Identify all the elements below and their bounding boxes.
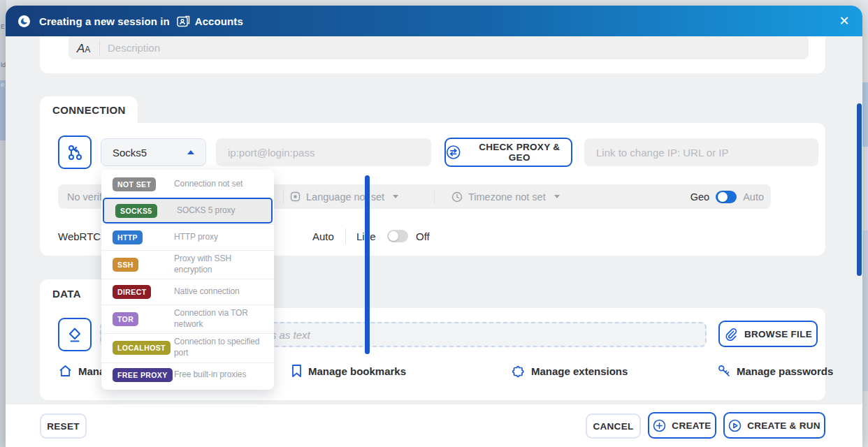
proxy-type-value: Socks5 [113,147,147,159]
modal-context-label: Accounts [195,15,243,27]
geo-toggle[interactable] [716,191,737,203]
language-select[interactable]: Language not set [290,184,398,209]
proxy-type-dropdown: NOT SET Connection not set SOCKS5 SOCKS … [101,170,274,390]
tab-connection[interactable]: CONNECTION [40,96,138,123]
proxy-type-description: SOCKS 5 proxy [177,205,261,217]
webrtc-label: WebRTC [58,226,101,247]
description-field[interactable]: AA [68,34,809,59]
accounts-card-icon [177,15,190,27]
proxy-type-description: Proxy with SSH encryption [174,254,263,275]
webrtc-live-toggle[interactable] [387,230,408,242]
proxy-type-description: HTTP proxy [174,232,263,243]
swap-arrows-icon [446,145,461,160]
toggle-knob [718,192,728,202]
proxy-type-badge: SOCKS5 [115,204,157,218]
puzzle-icon [511,364,526,379]
chevron-down-icon [393,195,398,198]
close-icon[interactable]: ✕ [837,14,851,28]
bg-text-fragment: e [1,81,4,88]
proxy-type-description: Connection via TOR network [174,308,263,330]
bg-block [862,230,868,391]
proxy-type-select[interactable]: Socks5 [101,138,206,166]
manage-bookmarks-link[interactable]: Manage bookmarks [291,364,406,378]
proxy-type-badge: NOT SET [113,177,156,191]
home-icon [58,364,73,378]
cookies-icon [58,318,92,351]
clock-icon [451,191,463,203]
proxy-type-option[interactable]: LOCALHOST Connection to specified port [101,333,274,362]
app-logo-icon [18,15,30,27]
proxy-type-badge: DIRECT [113,285,151,299]
proxy-type-option[interactable]: NOT SET Connection not set [101,171,274,197]
create-button[interactable]: CREATE [648,412,716,439]
webrtc-mode-value[interactable]: Auto [312,226,334,247]
reset-button[interactable]: RESET [40,413,87,439]
dropdown-scrollbar[interactable] [365,175,370,354]
font-aa-icon: AA [77,42,90,56]
description-input[interactable] [108,38,527,57]
field-divider [99,41,100,56]
proxy-type-option[interactable]: SSH Proxy with SSH encryption [101,250,274,279]
proxy-type-option[interactable]: FREE PROXY Free built-in proxies [101,362,274,388]
language-icon [290,191,301,202]
geo-value: Auto [743,191,764,203]
proxy-address-input[interactable] [216,138,431,166]
bg-block [862,82,868,147]
chevron-down-icon [554,195,560,198]
paperclip-icon [724,328,737,341]
bg-text-fragment: E [1,23,5,30]
proxy-type-description: Native connection [174,286,263,298]
modal-title: Creating a new session in [39,15,170,27]
description-card: AA [40,32,825,73]
browse-file-button[interactable]: BROWSE FILE [718,321,818,347]
chevron-up-icon [187,150,194,154]
proxy-type-option[interactable]: SOCKS5 SOCKS 5 proxy [103,198,273,224]
bar-divider [283,189,284,204]
plus-circle-icon [653,419,666,432]
modal-footer: RESET CANCEL CREATE CREATE & RUN [6,404,862,447]
create-and-run-button[interactable]: CREATE & RUN [723,412,825,439]
proxy-type-option[interactable]: TOR Connection via TOR network [101,305,274,333]
geo-label: Geo [690,191,709,203]
proxy-type-badge: HTTP [113,230,143,244]
proxy-type-description: Connection to specified port [174,337,263,358]
proxy-type-badge: LOCALHOST [113,341,171,355]
key-icon [717,364,731,378]
timezone-select[interactable]: Timezone not set [451,184,560,209]
manage-passwords-link[interactable]: Manage passwords [717,364,833,378]
proxy-type-badge: FREE PROXY [113,368,173,382]
change-ip-link-input[interactable] [584,138,818,166]
bookmark-icon [291,364,303,378]
play-circle-icon [728,419,742,432]
proxy-type-description: Connection not set [174,179,263,190]
row-divider [345,228,346,244]
cancel-button[interactable]: CANCEL [586,413,641,439]
check-proxy-geo-button[interactable]: CHECK PROXY & GEO [444,138,572,167]
proxy-nodes-icon [58,135,92,169]
manage-extensions-link[interactable]: Manage extensions [511,364,628,379]
background-app-right-edge [862,0,868,447]
proxy-type-option[interactable]: DIRECT Native connection [101,279,274,305]
toggle-knob [389,231,398,241]
modal-scrollbar[interactable] [857,103,862,276]
geo-setting: Geo Auto [690,184,764,209]
proxy-type-badge: SSH [113,258,138,272]
proxy-type-description: Free built-in proxies [174,369,263,381]
webrtc-live-value: Off [416,226,430,247]
proxy-type-option[interactable]: HTTP HTTP proxy [101,224,274,250]
modal-header: Creating a new session in Accounts ✕ [6,6,862,36]
bar-divider [434,189,435,204]
proxy-type-badge: TOR [113,312,138,326]
create-session-modal: Creating a new session in Accounts ✕ AA … [6,6,862,447]
bg-text-fragment: ld [1,61,6,68]
